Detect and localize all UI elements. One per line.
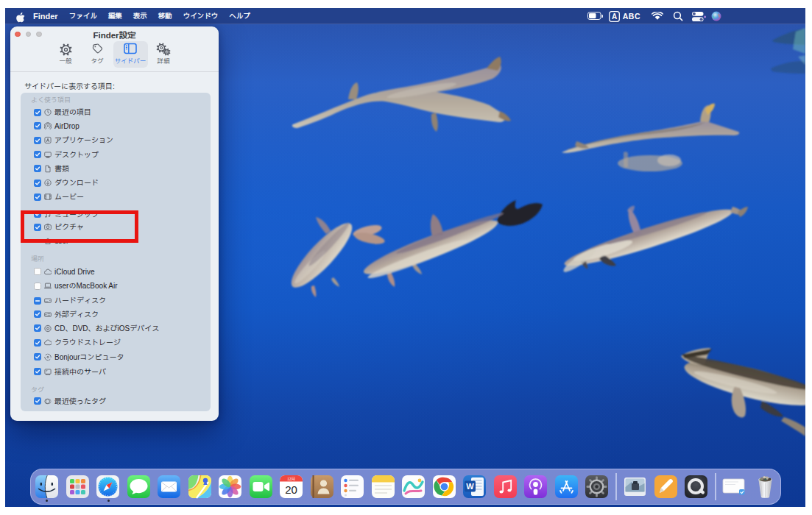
svg-text:12月: 12月 [287,476,295,482]
svg-text:20: 20 [285,483,297,496]
svg-text:A: A [612,13,617,21]
svg-text:W: W [467,482,475,491]
